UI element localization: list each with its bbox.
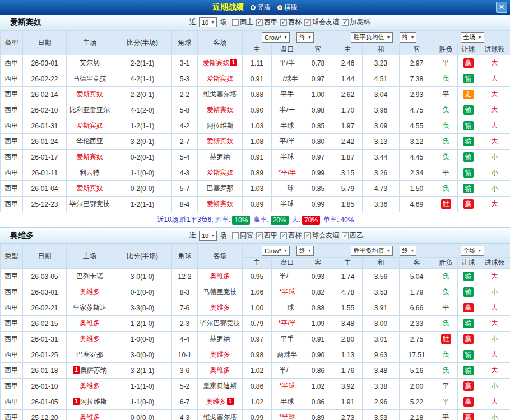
score-cell: 0-0(0-0) — [113, 410, 172, 420]
matches-tbody: 西甲26-03-05巴列卡诺3-0(1-0)12-2奥维多0.95半/一0.93… — [1, 269, 510, 420]
close-button[interactable]: ✕ — [496, 2, 507, 13]
odds-source-value: Crow* — [265, 34, 281, 41]
avg-draw-cell: 3.48 — [363, 363, 400, 379]
away-odds-cell: 0.82 — [303, 284, 333, 300]
handicap-result-text: 赢 — [463, 413, 474, 420]
goals-result-cell: 大 — [479, 300, 510, 316]
odds-source-value: Crow* — [265, 248, 281, 254]
full-match-dropdown[interactable]: 全场▼ — [461, 32, 484, 43]
handicap-result-text: 输 — [463, 152, 474, 162]
away-team-name: 爱斯宾奴 — [203, 59, 230, 67]
away-team-cell: 奥维多 — [198, 347, 243, 363]
goals-result-text: 小 — [492, 288, 498, 296]
handicap-result-text: 输 — [463, 137, 474, 146]
league-filter-checkbox[interactable]: 加泰杯 — [342, 17, 370, 27]
full-match-dropdown[interactable]: 全场▼ — [461, 246, 484, 256]
avg-final-dropdown[interactable]: 终▼ — [400, 246, 417, 256]
handicap-cell: *平/半 — [272, 316, 303, 332]
result-text: 负 — [443, 288, 449, 296]
away-team-cell: 奥维多1 — [198, 394, 243, 410]
match-row: 西甲26-01-31奥维多1-0(0-0)4-4赫罗纳0.97平手0.912.8… — [1, 332, 510, 347]
goals-result-cell: 小 — [479, 284, 510, 300]
goals-result-cell: 小 — [479, 181, 510, 197]
avg-draw-cell: 3.38 — [363, 379, 400, 394]
handicap-cell: *半球 — [272, 284, 303, 300]
col-odds-home: 主 — [243, 258, 272, 269]
corner-cell: 10-1 — [172, 347, 198, 363]
handicap-result-text: 输 — [463, 350, 474, 360]
odds-source-dropdown[interactable]: Crow*▼ — [262, 32, 290, 43]
corner-cell: 5-8 — [172, 102, 198, 118]
handicap-result-text: 输 — [463, 105, 474, 115]
league-filter-checkbox[interactable]: 西杯 — [280, 231, 302, 240]
col-handicap: 盘口 — [272, 44, 303, 55]
odds-final-dropdown[interactable]: 终▼ — [296, 246, 314, 256]
home-team-name: 皇家苏斯达 — [73, 304, 106, 311]
handicap-result-cell: 输 — [458, 71, 479, 87]
full-group-header: 全场▼ — [434, 31, 510, 44]
corner-cell: 2-7 — [172, 134, 198, 150]
avg-dropdown[interactable]: 胜平负均值▼ — [351, 246, 393, 256]
home-team-name: 阿拉维斯 — [80, 398, 107, 405]
away-team-name: 奥维多 — [206, 398, 226, 405]
result-cell: 负 — [434, 363, 458, 379]
layout-radio-option[interactable]: 横版 — [277, 3, 298, 12]
avg-draw-cell: 3.44 — [363, 150, 400, 165]
home-odds-cell: 0.98 — [243, 347, 272, 363]
league-filter-checkbox[interactable]: 球会友谊 — [304, 231, 339, 240]
league-filter-checkbox[interactable]: 西杯 — [280, 17, 302, 27]
away-odds-cell: 0.91 — [303, 332, 333, 347]
home-team-cell: 巴列卡诺 — [67, 269, 113, 284]
checkbox-label: 西甲 — [264, 231, 277, 240]
corner-cell: 4-2 — [172, 118, 198, 134]
home-odds-cell: 0.79 — [243, 316, 272, 332]
away-team-name: 爱斯宾奴 — [207, 200, 234, 208]
result-cell: 平 — [434, 394, 458, 410]
avg-dropdown[interactable]: 胜平负均值▼ — [351, 32, 393, 43]
chevron-down-icon: ▼ — [284, 35, 288, 39]
corner-cell: 5-4 — [172, 150, 198, 165]
layout-radio-option[interactable]: 竖版 — [251, 3, 271, 12]
handicap-cell: 平手 — [272, 87, 303, 102]
away-team-cell: 奥维多 — [198, 300, 243, 316]
away-team-cell: 爱斯宾奴 — [198, 71, 243, 87]
result-text: 平 — [443, 398, 449, 405]
avg-away-cell: 2.18 — [400, 410, 434, 420]
radio-label: 竖版 — [257, 3, 271, 12]
home-odds-cell: 1.02 — [243, 394, 272, 410]
league-filter-checkbox[interactable]: 同主 — [232, 17, 253, 27]
recent-count-dropdown[interactable]: 10 ▼ — [199, 17, 217, 27]
home-team-name: 奥萨苏纳 — [80, 366, 107, 374]
odds-source-dropdown[interactable]: Crow*▼ — [262, 246, 290, 256]
league-filter-checkbox[interactable]: 球会友谊 — [304, 17, 339, 27]
home-odds-cell: 0.89 — [243, 197, 272, 212]
home-team-name: 奥维多 — [80, 335, 100, 343]
avg-final-dropdown[interactable]: 终▼ — [400, 32, 417, 43]
handicap-cell: *平/半 — [272, 165, 303, 181]
matches-tbody: 西甲26-03-01艾尔切2-2(1-1)3-1爱斯宾奴11.11平/半0.78… — [1, 55, 510, 212]
recent-count-dropdown[interactable]: 10 ▼ — [199, 231, 217, 241]
summary-value: 10% — [232, 216, 250, 225]
chevron-down-icon: ▼ — [387, 249, 391, 253]
home-team-name: 奥维多 — [80, 288, 100, 296]
goals-result-text: 大 — [492, 304, 498, 311]
odds-final-dropdown[interactable]: 终▼ — [296, 32, 314, 43]
league-cell: 西甲 — [1, 410, 23, 420]
match-row: 西甲26-02-10比利亚雷亚尔4-1(2-0)5-8爱斯宾奴0.90半/一0.… — [1, 102, 510, 118]
goals-result-text: 大 — [492, 137, 498, 145]
avg-away-cell: 5.16 — [400, 363, 434, 379]
home-team-name: 华伦西亚 — [76, 137, 103, 145]
league-filter-checkbox[interactable]: 同客 — [232, 231, 253, 240]
result-cell: 平 — [434, 55, 458, 71]
handicap-cell: 半球 — [272, 118, 303, 134]
avg-draw-cell: 3.96 — [363, 102, 400, 118]
league-filter-checkbox[interactable]: 西甲 — [256, 17, 277, 27]
league-filter-checkbox[interactable]: 西乙 — [342, 231, 363, 240]
checkbox-icon — [304, 19, 311, 26]
away-team-cell: 马德里竞技 — [198, 284, 243, 300]
league-filter-checkbox[interactable]: 西甲 — [256, 231, 277, 240]
goals-result-text: 小 — [492, 382, 498, 390]
layout-radio-group: 竖版横版 — [244, 3, 298, 12]
home-team-cell: 1奥萨苏纳 — [67, 363, 113, 379]
filter-bar: 近 10 ▼ 场 同主西甲西杯球会友谊加泰杯 — [189, 17, 370, 27]
